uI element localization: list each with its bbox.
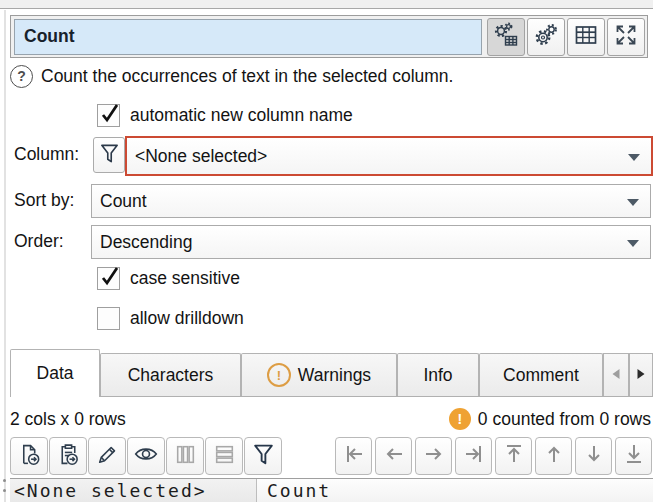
columns-icon [173,442,198,471]
auto-column-name-row: automatic new column name [97,104,353,126]
paste-button[interactable] [49,437,87,475]
filter-icon [98,142,121,169]
toggle-transform-pane-button[interactable] [487,18,525,56]
gears-table-icon [493,22,519,52]
count-status: ! 0 counted from 0 rows [449,408,651,430]
arrow-down-icon [581,441,607,471]
arrow-up-icon [541,441,567,471]
maximize-pane-button[interactable] [607,18,645,56]
export-file-button[interactable] [10,437,48,475]
column-filter-button[interactable] [93,137,125,173]
window-top-strip [0,0,653,9]
order-label: Order: [14,225,64,257]
go-first-icon [341,441,367,471]
arrow-right-icon [421,441,447,471]
warning-circle-icon: ! [267,363,291,387]
transform-description: Count the occurrences of text in the sel… [41,66,453,87]
table-icon [573,22,599,52]
tab-comment[interactable]: Comment [479,353,603,396]
go-bottom-icon [621,441,647,471]
show-data-table-button[interactable] [567,18,605,56]
transform-name-input[interactable] [14,19,482,55]
edit-button[interactable] [88,437,126,475]
column-header-2[interactable]: Count [257,479,653,502]
column-label: Column: [14,136,79,172]
tab-info-label: Info [423,365,452,386]
sort-by-label: Sort by: [14,184,74,216]
expand-icon [613,22,639,52]
auto-column-name-label: automatic new column name [130,105,353,126]
tab-warnings[interactable]: ! Warnings [241,353,397,396]
tab-characters[interactable]: Characters [100,353,241,396]
go-top-button[interactable] [495,437,532,475]
order-select[interactable]: Descending [91,225,651,259]
data-toolbar-left [10,437,282,475]
allow-drilldown-label: allow drilldown [130,308,244,329]
tab-comment-label: Comment [503,365,579,386]
gears-icon [533,22,559,52]
count-status-text: 0 counted from 0 rows [478,409,651,430]
rows-icon [212,442,237,471]
go-last-button[interactable] [455,437,492,475]
go-previous-button[interactable] [375,437,412,475]
select-rows-button[interactable] [205,437,243,475]
allow-drilldown-row: allow drilldown [97,307,244,329]
checkmark-icon [98,102,122,126]
order-row: Order: Descending [0,225,653,257]
data-toolbar-nav [335,437,652,475]
case-sensitive-row: case sensitive [97,267,240,289]
tab-info[interactable]: Info [397,353,479,396]
tab-scroll-next-button[interactable] [629,353,653,396]
dimensions-text: 2 cols x 0 rows [10,409,126,430]
arrow-left-icon [381,441,407,471]
go-last-icon [461,441,487,471]
allow-drilldown-checkbox[interactable] [97,307,120,330]
case-sensitive-checkbox[interactable] [97,267,120,290]
tab-warnings-label: Warnings [298,365,371,386]
triangle-right-icon [636,366,646,384]
help-row: ? Count the occurrences of text in the s… [10,64,453,88]
pencil-icon [95,442,120,471]
go-down-button[interactable] [575,437,612,475]
column-select[interactable]: <None selected> [125,136,653,176]
tab-data[interactable]: Data [10,349,100,397]
tab-scroll-prev-button[interactable] [603,353,629,396]
chevron-down-icon [628,146,640,167]
help-icon: ? [10,65,33,88]
view-button[interactable] [127,437,165,475]
checkmark-icon [98,265,122,289]
chevron-down-icon [627,191,639,212]
tab-bar-baseline [10,396,653,397]
triangle-left-icon [611,366,621,384]
eye-icon [133,441,159,471]
sort-by-row: Sort by: Count [0,184,653,216]
filter-button[interactable] [244,437,282,475]
status-row: 2 cols x 0 rows ! 0 counted from 0 rows [10,404,651,434]
splitter-handle-dot [3,489,6,492]
column-row: Column: <None selected> [0,136,653,172]
sort-by-select-value: Count [100,191,147,212]
select-columns-button[interactable] [166,437,204,475]
transform-options-button[interactable] [527,18,565,56]
case-sensitive-label: case sensitive [130,268,240,289]
tab-data-label: Data [37,363,74,384]
column-select-value: <None selected> [135,146,267,167]
filter-icon [251,442,276,471]
transform-panel: ? Count the occurrences of text in the s… [0,0,653,502]
sort-by-select[interactable]: Count [91,184,651,218]
go-bottom-button[interactable] [615,437,652,475]
transform-title-bar [10,15,648,58]
splitter-handle-dot [3,479,6,482]
chevron-down-icon [627,232,639,253]
data-table-header: <None selected> Count [10,478,653,502]
go-next-button[interactable] [415,437,452,475]
go-first-button[interactable] [335,437,372,475]
go-up-button[interactable] [535,437,572,475]
go-top-icon [501,441,527,471]
export-file-icon [17,442,42,471]
warning-badge-icon: ! [449,408,471,430]
auto-column-name-checkbox[interactable] [97,104,120,127]
column-header-1[interactable]: <None selected> [10,479,257,502]
order-select-value: Descending [100,232,192,253]
tab-characters-label: Characters [128,365,214,386]
